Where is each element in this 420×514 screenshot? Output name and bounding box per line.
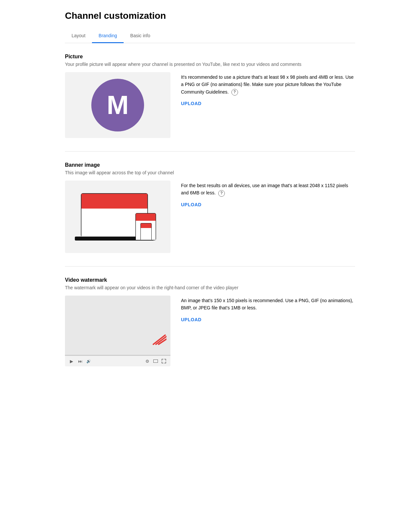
picture-section: Picture Your profile picture will appear…: [65, 54, 355, 138]
skip-icon[interactable]: ⏭: [77, 358, 83, 364]
svg-rect-9: [141, 228, 151, 240]
tab-branding[interactable]: Branding: [92, 29, 124, 43]
watermark-content: ▶ ⏭ 🔊 ⚙: [65, 296, 355, 366]
watermark-player: ▶ ⏭ 🔊 ⚙: [65, 296, 170, 366]
banner-upload-button[interactable]: UPLOAD: [181, 202, 201, 207]
divider-1: [65, 151, 355, 152]
picture-preview: M: [65, 72, 170, 138]
mini-player-icon[interactable]: [153, 359, 158, 363]
svg-rect-8: [141, 223, 151, 228]
tab-basic-info[interactable]: Basic info: [124, 29, 157, 43]
banner-info-text-content: For the best results on all devices, use…: [181, 183, 348, 195]
picture-title: Picture: [65, 54, 355, 60]
banner-help-icon[interactable]: ?: [218, 190, 225, 197]
picture-info-panel: It's recommended to use a picture that's…: [181, 72, 355, 106]
watermark-info-panel: An image that's 150 x 150 pixels is reco…: [181, 296, 355, 322]
picture-help-icon[interactable]: ?: [231, 89, 238, 96]
svg-rect-1: [81, 194, 147, 209]
settings-icon[interactable]: ⚙: [145, 358, 150, 364]
picture-subtitle: Your profile picture will appear where y…: [65, 62, 355, 67]
watermark-upload-button[interactable]: UPLOAD: [181, 317, 201, 322]
tab-layout[interactable]: Layout: [65, 29, 92, 43]
player-screen: [65, 296, 170, 355]
svg-rect-5: [136, 214, 156, 221]
volume-icon[interactable]: 🔊: [86, 358, 91, 364]
page-title: Channel customization: [65, 11, 355, 21]
watermark-icon: [152, 334, 166, 346]
picture-content: M It's recommended to use a picture that…: [65, 72, 355, 138]
avatar: M: [91, 79, 144, 131]
tabs-bar: Layout Branding Basic info: [65, 29, 355, 43]
banner-preview: [65, 181, 170, 253]
svg-line-10: [153, 335, 165, 344]
watermark-section: Video watermark The watermark will appea…: [65, 277, 355, 366]
banner-info-panel: For the best results on all devices, use…: [181, 181, 355, 207]
picture-info-text-content: It's recommended to use a picture that's…: [181, 74, 354, 95]
avatar-letter: M: [107, 90, 129, 120]
watermark-info-text: An image that's 150 x 150 pixels is reco…: [181, 297, 355, 312]
player-controls: ▶ ⏭ 🔊 ⚙: [65, 356, 170, 366]
picture-upload-button[interactable]: UPLOAD: [181, 101, 201, 106]
banner-content: For the best results on all devices, use…: [65, 181, 355, 253]
banner-title: Banner image: [65, 162, 355, 168]
banner-section: Banner image This image will appear acro…: [65, 162, 355, 253]
play-icon[interactable]: ▶: [69, 358, 74, 364]
watermark-title: Video watermark: [65, 277, 355, 283]
picture-info-text: It's recommended to use a picture that's…: [181, 73, 355, 96]
divider-2: [65, 266, 355, 267]
banner-subtitle: This image will appear across the top of…: [65, 170, 355, 175]
watermark-subtitle: The watermark will appear on your videos…: [65, 285, 355, 290]
banner-info-text: For the best results on all devices, use…: [181, 182, 355, 197]
fullscreen-icon[interactable]: [161, 358, 166, 364]
banner-illustration: [72, 187, 164, 246]
